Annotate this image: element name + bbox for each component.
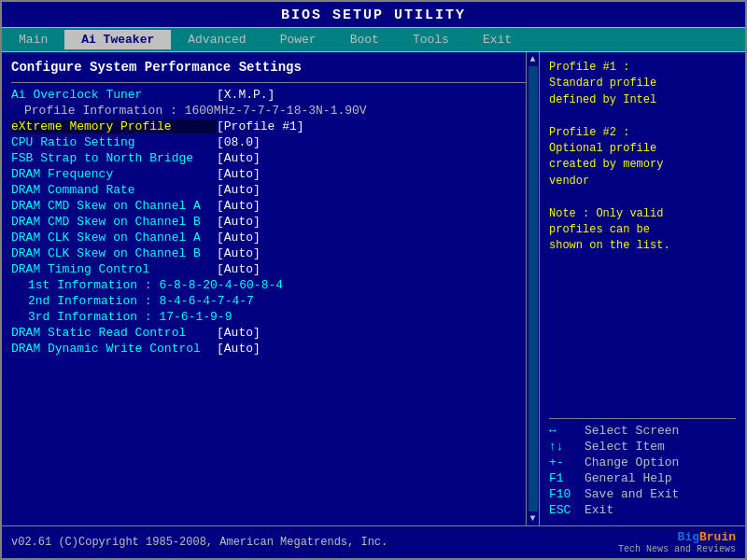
help-line: Note : Only valid bbox=[549, 206, 736, 222]
key-desc: General Help bbox=[585, 471, 672, 485]
settings-row-10[interactable]: DRAM CLK Skew on Channel B[Auto] bbox=[11, 245, 529, 261]
row-label-4: FSB Strap to North Bridge bbox=[11, 151, 217, 165]
title-bar: BIOS SETUP UTILITY bbox=[2, 2, 745, 27]
row-indent-12: 1st Information : 6-8-8-20-4-60-8-4 bbox=[11, 278, 283, 292]
key-row: ↑↓Select Item bbox=[549, 439, 736, 455]
menu-item-tools[interactable]: Tools bbox=[396, 30, 466, 49]
key-row: ESCExit bbox=[549, 502, 736, 518]
row-value-10: [Auto] bbox=[217, 246, 261, 260]
settings-row-16[interactable]: DRAM Dynamic Write Control[Auto] bbox=[11, 341, 529, 357]
settings-row-14: 3rd Information : 17-6-1-9-9 bbox=[11, 309, 529, 325]
menu-item-power[interactable]: Power bbox=[263, 30, 333, 49]
row-value-15: [Auto] bbox=[217, 326, 261, 340]
settings-row-11[interactable]: DRAM Timing Control[Auto] bbox=[11, 261, 529, 277]
key-row: +-Change Option bbox=[549, 455, 736, 470]
key-row: F10Save and Exit bbox=[549, 486, 736, 502]
help-line bbox=[549, 189, 736, 205]
key-row: ↔Select Screen bbox=[549, 423, 736, 439]
key-desc: Save and Exit bbox=[585, 487, 679, 501]
key-desc: Exit bbox=[585, 503, 613, 517]
key-name: F1 bbox=[549, 471, 585, 485]
settings-row-2[interactable]: eXtreme Memory Profile[Profile #1] bbox=[11, 119, 529, 134]
row-label-16: DRAM Dynamic Write Control bbox=[11, 342, 217, 356]
row-label-5: DRAM Frequency bbox=[11, 167, 217, 181]
scroll-bar: ▲ ▼ bbox=[526, 52, 539, 525]
row-info-1: Profile Information : 1600MHz-7-7-7-18-3… bbox=[11, 104, 367, 118]
help-line: defined by Intel bbox=[549, 92, 736, 108]
footer-brand-sub: Tech News and Reviews bbox=[618, 544, 736, 554]
help-line: Optional profile bbox=[549, 141, 736, 157]
menu-bar: MainAi TweakerAdvancedPowerBootToolsExit bbox=[2, 27, 745, 52]
settings-row-7[interactable]: DRAM CMD Skew on Channel A[Auto] bbox=[11, 198, 529, 214]
row-label-10: DRAM CLK Skew on Channel B bbox=[11, 246, 217, 260]
scroll-track bbox=[529, 66, 538, 511]
footer-version: v02.61 (C)Copyright 1985-2008, American … bbox=[11, 536, 388, 549]
settings-row-8[interactable]: DRAM CMD Skew on Channel B[Auto] bbox=[11, 214, 529, 230]
help-line bbox=[549, 108, 736, 124]
help-line: Profile #1 : bbox=[549, 60, 736, 76]
left-panel: Configure System Performance Settings Ai… bbox=[2, 52, 540, 525]
row-value-8: [Auto] bbox=[217, 215, 261, 229]
key-name: +- bbox=[549, 455, 585, 469]
settings-row-4[interactable]: FSB Strap to North Bridge[Auto] bbox=[11, 150, 529, 166]
row-value-0: [X.M.P.] bbox=[217, 88, 275, 102]
row-label-6: DRAM Command Rate bbox=[11, 183, 217, 197]
scroll-up-arrow[interactable]: ▲ bbox=[529, 52, 535, 66]
row-indent-13: 2nd Information : 8-4-6-4-7-4-7 bbox=[11, 294, 254, 308]
row-value-11: [Auto] bbox=[217, 262, 261, 276]
key-row: F1General Help bbox=[549, 470, 736, 486]
help-line: Standard profile bbox=[549, 76, 736, 91]
right-panel: Profile #1 :Standard profiledefined by I… bbox=[540, 52, 745, 525]
menu-item-ai-tweaker[interactable]: Ai Tweaker bbox=[64, 30, 171, 49]
settings-row-1: Profile Information : 1600MHz-7-7-7-18-3… bbox=[11, 103, 529, 119]
row-label-9: DRAM CLK Skew on Channel A bbox=[11, 231, 217, 245]
row-label-8: DRAM CMD Skew on Channel B bbox=[11, 215, 217, 229]
section-title: Configure System Performance Settings bbox=[11, 60, 529, 75]
menu-item-boot[interactable]: Boot bbox=[333, 30, 396, 49]
key-name: ESC bbox=[549, 503, 585, 517]
footer: v02.61 (C)Copyright 1985-2008, American … bbox=[2, 525, 745, 558]
key-desc: Select Screen bbox=[585, 424, 679, 438]
settings-rows: Ai Overclock Tuner[X.M.P.]Profile Inform… bbox=[11, 87, 529, 357]
settings-row-0[interactable]: Ai Overclock Tuner[X.M.P.] bbox=[11, 87, 529, 103]
row-value-2: [Profile #1] bbox=[217, 119, 304, 133]
row-label-11: DRAM Timing Control bbox=[11, 262, 217, 276]
menu-item-main[interactable]: Main bbox=[2, 30, 64, 49]
key-name: F10 bbox=[549, 487, 585, 501]
help-line: profiles can be bbox=[549, 222, 736, 238]
footer-brand: BigBruin bbox=[618, 530, 736, 544]
row-value-7: [Auto] bbox=[217, 199, 261, 213]
help-line: Profile #2 : bbox=[549, 125, 736, 141]
bios-window: BIOS SETUP UTILITY MainAi TweakerAdvance… bbox=[0, 0, 747, 560]
row-label-0: Ai Overclock Tuner bbox=[11, 88, 217, 102]
content-area: Configure System Performance Settings Ai… bbox=[2, 52, 745, 525]
settings-row-9[interactable]: DRAM CLK Skew on Channel A[Auto] bbox=[11, 230, 529, 245]
settings-row-12: 1st Information : 6-8-8-20-4-60-8-4 bbox=[11, 277, 529, 293]
row-label-3: CPU Ratio Setting bbox=[11, 135, 217, 149]
divider bbox=[11, 82, 529, 83]
key-help-divider bbox=[549, 418, 736, 419]
row-value-5: [Auto] bbox=[217, 167, 261, 181]
settings-row-15[interactable]: DRAM Static Read Control[Auto] bbox=[11, 325, 529, 341]
key-name: ↔ bbox=[549, 424, 585, 438]
footer-brand-block: BigBruin Tech News and Reviews bbox=[618, 530, 736, 554]
row-value-6: [Auto] bbox=[217, 183, 261, 197]
row-value-3: [08.0] bbox=[217, 135, 261, 149]
key-desc: Change Option bbox=[585, 455, 679, 469]
help-line: vendor bbox=[549, 174, 736, 189]
settings-row-6[interactable]: DRAM Command Rate[Auto] bbox=[11, 182, 529, 198]
key-help-block: ↔Select Screen↑↓Select Item+-Change Opti… bbox=[549, 418, 736, 518]
row-value-4: [Auto] bbox=[217, 151, 261, 165]
row-label-15: DRAM Static Read Control bbox=[11, 326, 217, 340]
key-desc: Select Item bbox=[585, 440, 665, 454]
row-value-16: [Auto] bbox=[217, 342, 261, 356]
key-name: ↑↓ bbox=[549, 440, 585, 454]
row-label-7: DRAM CMD Skew on Channel A bbox=[11, 199, 217, 213]
row-label-2: eXtreme Memory Profile bbox=[11, 119, 217, 133]
settings-row-3[interactable]: CPU Ratio Setting[08.0] bbox=[11, 134, 529, 150]
menu-item-advanced[interactable]: Advanced bbox=[171, 30, 262, 49]
settings-row-13: 2nd Information : 8-4-6-4-7-4-7 bbox=[11, 293, 529, 309]
settings-row-5[interactable]: DRAM Frequency[Auto] bbox=[11, 166, 529, 182]
scroll-down-arrow[interactable]: ▼ bbox=[529, 511, 535, 525]
menu-item-exit[interactable]: Exit bbox=[466, 30, 529, 49]
